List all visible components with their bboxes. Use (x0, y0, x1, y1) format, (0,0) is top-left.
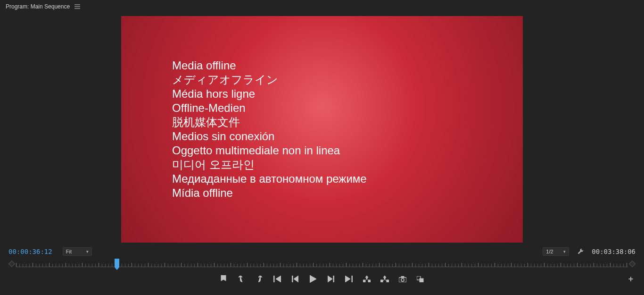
svg-rect-8 (420, 278, 423, 282)
step-forward-button[interactable] (326, 274, 336, 284)
resolution-label: 1/2 (546, 249, 553, 254)
export-frame-button[interactable] (398, 274, 407, 284)
go-to-in-button[interactable] (272, 274, 282, 284)
add-marker-button[interactable] (219, 274, 228, 284)
offline-line: Oggetto multimediale non in linea (172, 143, 367, 158)
duration-timecode: 00:03:38:06 (592, 248, 636, 255)
svg-rect-6 (401, 276, 404, 278)
zoom-level-label: Fit (66, 249, 72, 254)
settings-wrench-icon[interactable] (577, 248, 584, 255)
offline-line: Medios sin conexión (172, 129, 367, 143)
comparison-view-button[interactable] (416, 274, 425, 284)
panel-title: Program: Main Sequence (6, 3, 70, 10)
svg-rect-3 (387, 280, 389, 282)
chevron-down-icon: ▾ (86, 249, 89, 254)
svg-rect-2 (380, 280, 383, 282)
timeline-end-handle[interactable] (629, 261, 636, 267)
extract-button[interactable] (380, 274, 389, 284)
step-back-button[interactable] (290, 274, 300, 284)
video-frame: Media offline メディアオフライン Média hors ligne… (121, 16, 523, 243)
button-editor-add-icon[interactable]: + (627, 275, 635, 283)
media-offline-message: Media offline メディアオフライン Média hors ligne… (121, 59, 367, 200)
mark-out-button[interactable] (255, 274, 264, 284)
timeline-start-handle[interactable] (8, 261, 15, 267)
playhead[interactable] (115, 259, 119, 267)
svg-point-5 (401, 278, 404, 281)
mark-in-button[interactable] (237, 274, 246, 284)
panel-header: Program: Main Sequence (0, 0, 644, 13)
info-row: 00:00:36:12 Fit ▾ 1/2 ▾ 00:03:38:06 (0, 245, 644, 258)
offline-line: Медиаданные в автономном режиме (172, 172, 367, 186)
play-button[interactable] (308, 274, 318, 284)
offline-line: メディアオフライン (172, 73, 367, 87)
offline-line: 미디어 오프라인 (172, 158, 367, 172)
current-timecode[interactable]: 00:00:36:12 (8, 248, 52, 255)
chevron-down-icon: ▾ (563, 249, 566, 254)
svg-rect-1 (368, 280, 371, 282)
offline-line: Média hors ligne (172, 87, 367, 101)
offline-line: 脱机媒体文件 (172, 115, 367, 129)
lift-button[interactable] (362, 274, 372, 284)
transport-bar: 00:00:36:12 Fit ▾ 1/2 ▾ 00:03:38:06 (0, 245, 644, 295)
time-ruler[interactable] (16, 261, 628, 267)
timeline-ruler-row (0, 258, 644, 270)
offline-line: Offline-Medien (172, 101, 367, 115)
panel-menu-icon[interactable] (74, 3, 81, 10)
offline-line: Mídia offline (172, 186, 367, 200)
transport-controls: + (0, 270, 644, 288)
resolution-select[interactable]: 1/2 ▾ (543, 247, 569, 256)
zoom-level-select[interactable]: Fit ▾ (63, 247, 92, 256)
svg-rect-0 (363, 280, 365, 282)
go-to-out-button[interactable] (344, 274, 354, 284)
program-viewer[interactable]: Media offline メディアオフライン Média hors ligne… (0, 13, 644, 245)
offline-line: Media offline (172, 59, 367, 73)
